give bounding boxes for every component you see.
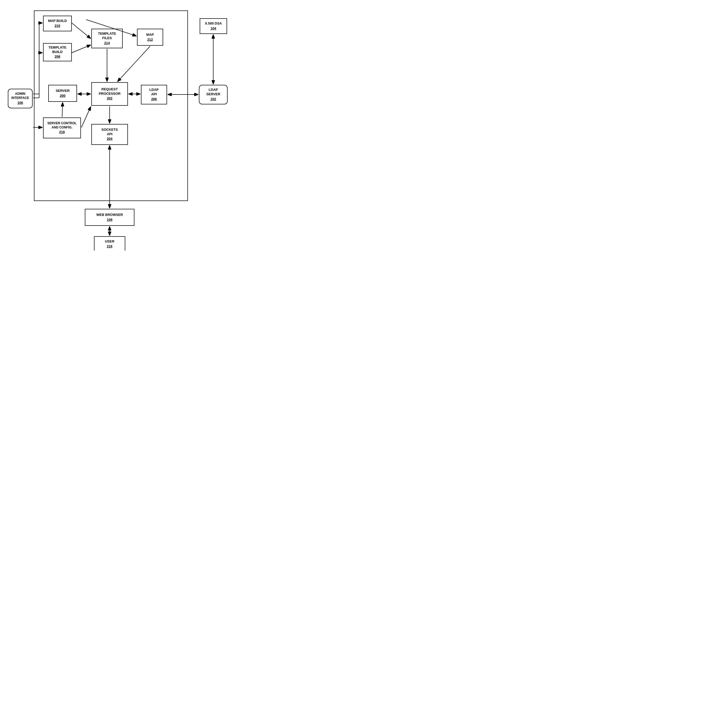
x500-dsa-box: X.500 DSA 104 (200, 18, 227, 34)
server-control-box: SERVER CONTROL AND CONFIG. 218 (43, 118, 81, 138)
request-processor-box: REQUEST PROCESSOR 202 (92, 82, 128, 106)
template-files-box: TEMPLATE FILES 214 (92, 29, 123, 48)
user-box: USER 216 (94, 236, 125, 250)
ldap-server-box: LDAP SERVER 102 (199, 85, 227, 104)
sockets-api-box: SOCKETS API 204 (92, 124, 128, 145)
map-box: MAP 212 (137, 29, 163, 46)
web-browser-box: WEB BROWSER 108 (85, 209, 134, 226)
map-build-box: MAP BUILD 210 (43, 16, 72, 31)
server-box: SERVER 200 (48, 85, 77, 102)
admin-interface-box: ADMIN INTERFACE 106 (8, 89, 33, 108)
diagram-container: ADMIN INTERFACE 106 MAP BUILD 210 TEMPLA… (5, 5, 230, 245)
ldap-api-box: LDAP API 206 (141, 85, 167, 104)
template-build-box: TEMPLATE BUILD 208 (43, 43, 72, 61)
